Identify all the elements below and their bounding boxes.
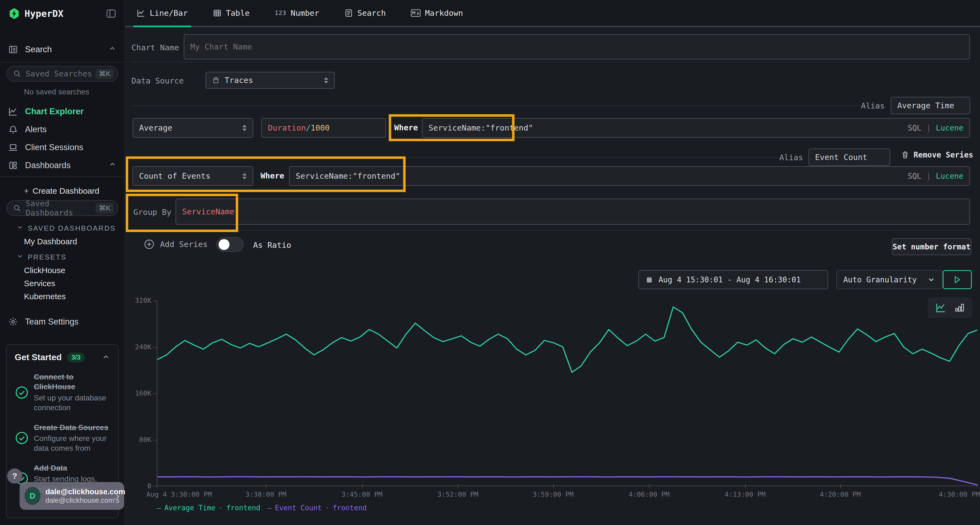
sidebar-item-team-settings[interactable]: Team Settings <box>0 314 125 330</box>
table-icon <box>213 9 221 17</box>
sidebar-item-alerts[interactable]: Alerts <box>0 122 125 137</box>
legend-sublabel: frontend <box>332 504 367 512</box>
sidebar-divider <box>0 176 125 177</box>
get-started-step-connect[interactable]: Connect to ClickHouse Set up your databa… <box>15 372 110 413</box>
team-settings-label: Team Settings <box>25 317 78 327</box>
add-series-button[interactable]: Add Series <box>144 239 208 250</box>
alias-divider <box>132 106 882 106</box>
granularity-value: Auto Granularity <box>843 275 917 284</box>
alias-divider <box>132 157 778 158</box>
tab-search[interactable]: Search <box>344 0 386 26</box>
user-account-button[interactable]: D dale@clickhouse.com dale@clickhouse.co… <box>20 482 124 510</box>
series2-alias-input[interactable]: Event Count <box>808 149 890 166</box>
sidebar-divider <box>0 62 125 63</box>
sidebar-item-kubernetes[interactable]: Kubernetes <box>0 290 125 303</box>
line-chart-icon <box>137 9 145 17</box>
help-button[interactable]: ? <box>7 468 22 484</box>
series2-alias-value: Event Count <box>815 152 867 162</box>
legend-entry-average-time[interactable]: — Average Time · frontend <box>157 504 260 512</box>
check-circle-icon <box>15 385 34 400</box>
create-dashboard-button[interactable]: + Create Dashboard <box>0 184 125 197</box>
sidebar-item-chart-explorer[interactable]: Chart Explorer <box>0 104 125 119</box>
search-panel-icon <box>8 44 19 54</box>
lucene-mode-toggle[interactable]: Lucene <box>936 124 963 132</box>
group-by-label: Group By <box>134 208 172 217</box>
y-axis-label: 80K <box>125 436 151 444</box>
step-title: Connect to ClickHouse <box>34 372 110 392</box>
tab-number[interactable]: 123 Number <box>275 0 319 26</box>
sidebar-section-search[interactable]: Search <box>0 41 125 58</box>
data-source-select[interactable]: Traces <box>205 72 335 89</box>
user-email: dale@clickhouse.com <box>45 487 116 496</box>
x-axis-label: 4:30:00 PM <box>939 490 980 498</box>
group-saved-dashboards[interactable]: SAVED DASHBOARDS <box>0 222 125 234</box>
series1-alias-input[interactable]: Average Time <box>891 97 970 114</box>
group-label-text: SAVED DASHBOARDS <box>28 224 116 233</box>
preset-link-label: Kubernetes <box>24 292 65 301</box>
step-title: Add Data <box>34 463 110 473</box>
plus-icon: + <box>24 186 29 195</box>
chart-legend: — Average Time · frontend — Event Count … <box>157 504 367 512</box>
collapse-sidebar-icon[interactable] <box>106 8 116 19</box>
dashboard-grid-icon <box>8 160 19 170</box>
series2-aggregation-select[interactable]: Count of Events <box>132 166 253 186</box>
group-presets[interactable]: PRESETS <box>0 251 125 263</box>
sidebar-item-client-sessions[interactable]: Client Sessions <box>0 140 125 155</box>
chevron-down-icon <box>927 276 935 284</box>
series1-where-value: ServiceName:"frontend" <box>428 123 533 132</box>
saved-dashboards-box[interactable]: Saved Dashboards ⌘K <box>0 200 125 216</box>
series1-aggregation-select[interactable]: Average <box>132 118 253 138</box>
series2-aggregation-value: Count of Events <box>139 171 210 181</box>
sql-mode-toggle[interactable]: SQL <box>908 124 921 132</box>
series1-alias-value: Average Time <box>897 101 955 110</box>
series1-field-input[interactable]: Duration/1000 <box>261 118 386 138</box>
alias-label: Alias <box>860 101 885 111</box>
remove-series-button[interactable]: Remove Series <box>901 150 973 159</box>
group-by-input[interactable]: ServiceName <box>176 198 970 225</box>
x-axis-label: 3:45:00 PM <box>341 490 382 498</box>
saved-dashboards-placeholder: Saved Dashboards <box>25 199 95 217</box>
sidebar-item-dashboards[interactable]: Dashboards <box>0 158 125 173</box>
y-axis-label: 320K <box>125 297 151 305</box>
set-number-format-button[interactable]: Set number format <box>892 238 971 255</box>
y-axis-tick <box>153 347 157 347</box>
chevron-up-icon[interactable] <box>102 353 110 362</box>
tab-label: Search <box>358 8 386 18</box>
run-query-button[interactable] <box>943 270 972 289</box>
laptop-icon <box>8 143 19 152</box>
x-axis-label: 4:13:00 PM <box>725 490 766 498</box>
granularity-select[interactable]: Auto Granularity <box>836 270 942 289</box>
calendar-icon <box>646 276 653 284</box>
group-by-value: ServiceName <box>182 207 234 216</box>
lucene-mode-toggle[interactable]: Lucene <box>936 172 963 181</box>
chart-name-label: Chart Name <box>132 43 179 52</box>
remove-series-label: Remove Series <box>913 151 973 159</box>
as-ratio-toggle[interactable] <box>216 237 243 252</box>
date-range-input[interactable]: Aug 4 15:30:01 - Aug 4 16:30:01 <box>638 270 828 289</box>
tab-table[interactable]: Table <box>213 0 250 26</box>
tab-label: Table <box>226 8 250 18</box>
bell-icon <box>8 125 19 134</box>
saved-searches-box[interactable]: Saved Searches ⌘K <box>0 66 125 82</box>
legend-sublabel: frontend <box>226 504 260 512</box>
sidebar-item-services[interactable]: Services <box>0 277 125 290</box>
sql-mode-toggle[interactable]: SQL <box>908 172 921 181</box>
tab-label: Markdown <box>425 8 463 18</box>
sidebar-item-my-dashboard[interactable]: My Dashboard <box>0 235 125 248</box>
timeseries-chart[interactable] <box>157 301 977 486</box>
group-label-text: PRESETS <box>28 253 67 262</box>
document-list-icon <box>344 9 353 17</box>
chart-name-input[interactable] <box>184 34 970 59</box>
gear-icon <box>8 317 19 327</box>
saved-searches-placeholder: Saved Searches <box>25 69 95 78</box>
tab-markdown[interactable]: Markdown <box>411 0 463 26</box>
series1-where-input[interactable]: ServiceName:"frontend" SQL | Lucene <box>422 118 970 138</box>
x-axis-label: 3:52:00 PM <box>438 490 479 498</box>
get-started-step-sources[interactable]: Create Data Sources Configure where your… <box>15 423 110 454</box>
check-circle-icon <box>15 431 34 445</box>
series2-where-input[interactable]: ServiceName:"frontend" SQL | Lucene <box>289 166 970 186</box>
sidebar-item-clickhouse[interactable]: ClickHouse <box>0 264 125 277</box>
tab-line-bar[interactable]: Line/Bar <box>137 0 188 26</box>
tab-label: Number <box>291 8 319 18</box>
legend-entry-event-count[interactable]: — Event Count · frontend <box>267 504 367 512</box>
